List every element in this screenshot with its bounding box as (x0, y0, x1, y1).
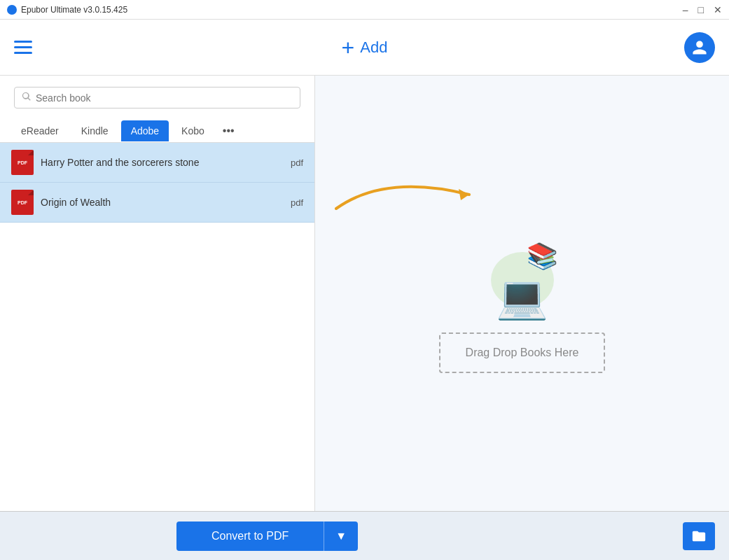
book-title-1: Origin of Wealth (41, 197, 291, 208)
book-item-1[interactable]: PDF Origin of Wealth pdf (0, 183, 314, 223)
tab-adobe[interactable]: Adobe (121, 120, 169, 141)
minimize-button[interactable]: – (683, 4, 688, 15)
right-panel: 📚 💻 Drag Drop Books Here (315, 76, 729, 511)
search-input[interactable] (36, 92, 293, 104)
book-icon-1: PDF (11, 190, 34, 215)
book-type-1: pdf (291, 197, 303, 208)
maximize-button[interactable]: □ (698, 4, 704, 15)
app-icon (7, 5, 17, 15)
convert-btn-group: Convert to PDF ▼ (176, 522, 358, 551)
tab-ereader[interactable]: eReader (11, 120, 69, 141)
drag-arrow-icon (329, 160, 511, 230)
user-account-button[interactable] (684, 32, 715, 63)
tab-kindle[interactable]: Kindle (71, 120, 118, 141)
mascot-books-icon: 📚 (527, 241, 558, 271)
title-bar: Epubor Ultimate v3.0.15.425 – □ ✕ (0, 0, 729, 20)
toolbar: + Add (0, 20, 729, 76)
pdf-badge-0: PDF (18, 160, 27, 165)
window-controls: – □ ✕ (683, 4, 722, 15)
convert-button[interactable]: Convert to PDF (176, 522, 324, 551)
book-list: PDF Harry Potter and the sorcerers stone… (0, 143, 314, 511)
svg-marker-0 (459, 189, 469, 200)
add-label: Add (360, 38, 387, 57)
tabs-bar: eReader Kindle Adobe Kobo ••• (0, 115, 314, 143)
output-folder-button[interactable] (683, 522, 715, 550)
chevron-down-icon: ▼ (335, 530, 347, 542)
add-icon: + (342, 36, 355, 59)
app-title: Epubor Ultimate v3.0.15.425 (21, 5, 127, 15)
close-button[interactable]: ✕ (714, 4, 722, 15)
main-content: eReader Kindle Adobe Kobo ••• PDF Harry … (0, 76, 729, 511)
left-panel: eReader Kindle Adobe Kobo ••• PDF Harry … (0, 76, 315, 511)
add-button[interactable]: + Add (342, 36, 388, 59)
search-icon (22, 92, 32, 104)
search-area (0, 76, 314, 115)
book-item-0[interactable]: PDF Harry Potter and the sorcerers stone… (0, 143, 314, 183)
tab-kobo[interactable]: Kobo (172, 120, 214, 141)
mascot-laptop-icon: 💻 (496, 276, 548, 318)
bottom-bar: Convert to PDF ▼ (0, 511, 729, 560)
mascot-illustration: 📚 💻 (480, 241, 564, 318)
drag-drop-box[interactable]: Drag Drop Books Here (439, 332, 606, 373)
book-title-0: Harry Potter and the sorcerers stone (41, 157, 291, 168)
menu-button[interactable] (14, 41, 32, 54)
search-wrapper[interactable] (14, 87, 300, 108)
pdf-badge-1: PDF (18, 200, 27, 205)
book-type-0: pdf (291, 158, 303, 168)
drag-drop-label: Drag Drop Books Here (466, 346, 579, 358)
book-icon-0: PDF (11, 150, 34, 175)
tab-more-button[interactable]: ••• (217, 120, 240, 142)
convert-dropdown-button[interactable]: ▼ (324, 522, 358, 551)
drop-zone[interactable]: 📚 💻 Drag Drop Books Here (439, 241, 606, 373)
